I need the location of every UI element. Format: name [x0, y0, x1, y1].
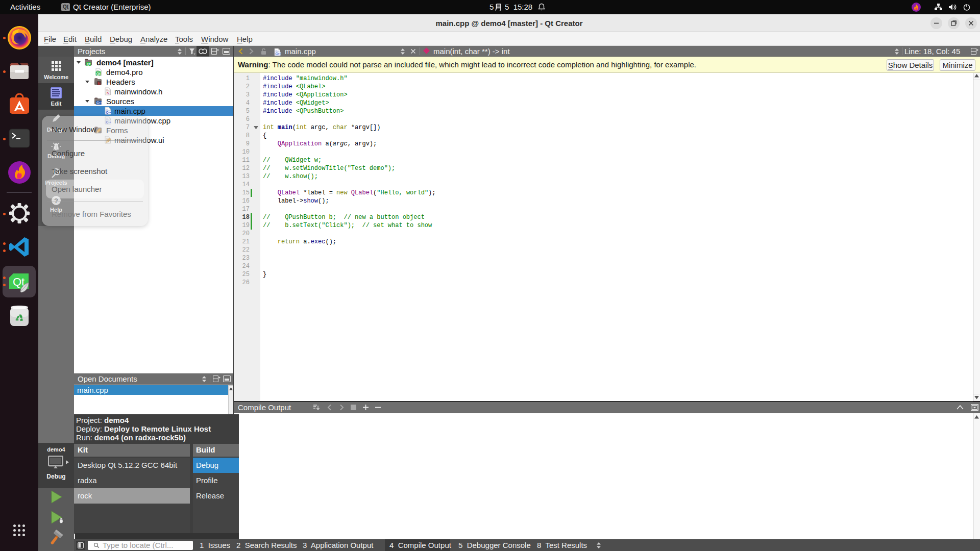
- svg-text:h: h: [98, 82, 100, 85]
- svg-text:h: h: [107, 91, 109, 95]
- svg-text:Qt: Qt: [96, 72, 101, 76]
- svg-text:++: ++: [108, 111, 111, 114]
- svg-text:++: ++: [99, 101, 102, 104]
- svg-text:++: ++: [278, 52, 281, 55]
- svg-text:Qt: Qt: [87, 62, 91, 66]
